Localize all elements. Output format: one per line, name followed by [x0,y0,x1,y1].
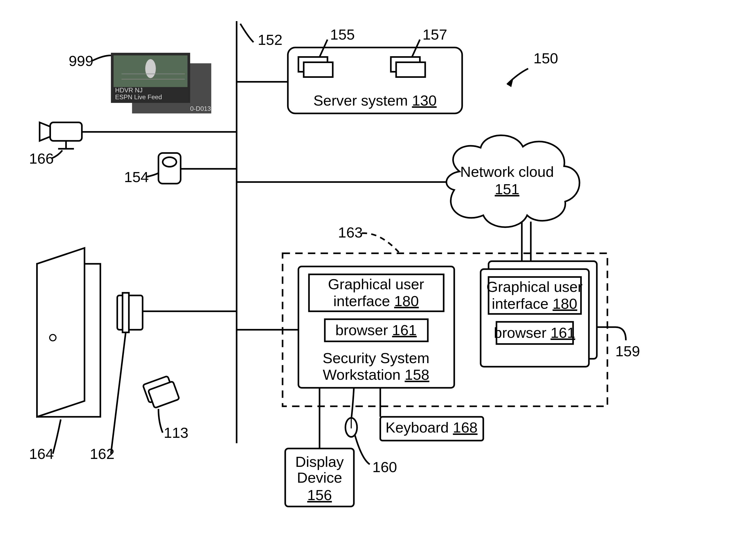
ref-999: 999 [69,53,93,69]
svg-text:HDVR NJ: HDVR NJ [115,87,143,94]
svg-rect-37 [117,295,143,330]
keyboard-label: Keyboard 168 [386,419,478,436]
ws-gui-2: interface 180 [333,293,419,309]
client-box-2: Graphical user interface 180 browser 161 [480,261,597,367]
cloud-num: 151 [495,181,519,198]
svg-rect-3 [304,62,333,77]
display-1: Display [295,453,344,470]
ref-157: 157 [422,26,447,43]
ref-154: 154 [124,169,149,185]
card-reader-icon [117,293,143,333]
svg-text:interface 180: interface 180 [492,295,577,312]
door-icon [37,248,100,417]
svg-line-4 [320,40,328,57]
ref-162: 162 [90,445,114,462]
svg-text:browser 161: browser 161 [494,324,575,341]
ws-gui-1: Graphical user [328,276,424,292]
camera-icon [40,122,82,149]
display-2: Device [297,469,342,486]
ref-152: 152 [258,32,282,48]
svg-line-7 [412,40,420,57]
diagram-canvas: 152 150 155 157 Server system 130 HDVR N… [0,0,750,560]
ref-166: 166 [29,150,54,167]
svg-point-22 [163,157,176,167]
ref-164: 164 [29,445,54,462]
cloud-label-1: Network cloud [460,163,554,180]
svg-point-11 [145,59,156,78]
display-num: 156 [307,486,332,503]
svg-text:Graphical user: Graphical user [486,278,583,295]
ref-155: 155 [330,26,355,43]
video-thumbnails: HDVR NJ ESPN Live Feed 0-D013 [111,53,211,113]
ref-159: 159 [615,343,640,359]
svg-rect-17 [50,122,82,141]
cards-icon [143,376,180,408]
svg-rect-6 [396,62,425,77]
svg-text:ESPN Live Feed: ESPN Live Feed [115,94,162,101]
svg-rect-38 [123,293,129,333]
ws-sec1: Security System [322,350,429,366]
motion-sensor-icon [158,153,181,184]
ref-150: 150 [533,50,558,66]
ws-sec2: Workstation 158 [323,366,429,383]
ws-browser: browser 161 [335,322,417,338]
ref-160: 160 [373,459,397,475]
svg-text:0-D013: 0-D013 [190,105,211,112]
ref-163: 163 [338,224,363,241]
server-label: Server system 130 [313,92,437,109]
ref-113: 113 [164,424,189,441]
